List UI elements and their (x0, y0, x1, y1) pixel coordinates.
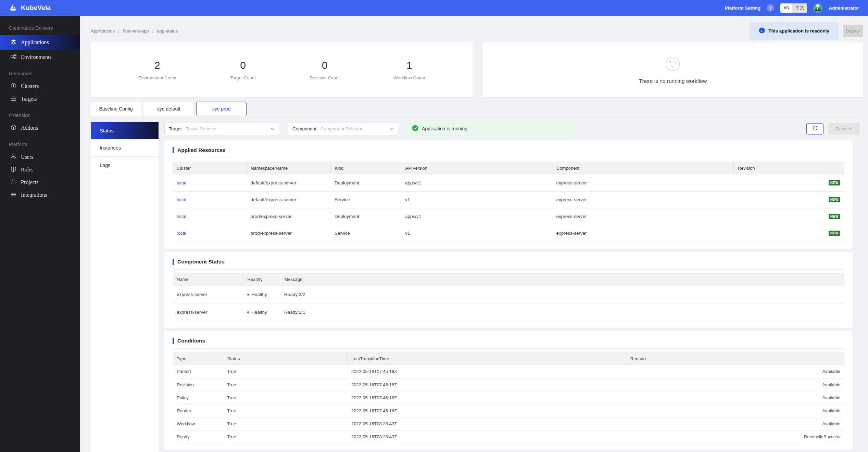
user-name[interactable]: Administrator (829, 5, 859, 11)
filter-row: Target Target Selector Component Compone… (164, 122, 859, 135)
refresh-button[interactable] (806, 123, 823, 134)
tab-baseline-config[interactable]: Baseline Config (91, 102, 141, 116)
new-badge: NEW (829, 197, 840, 202)
workflow-card: There is no running workflow (483, 42, 863, 97)
submenu-item-logs[interactable]: Logs (91, 157, 159, 174)
table-row: ReadyTrue2022-05-16T08:28:43ZReconcileSu… (173, 430, 844, 443)
cluster-link[interactable]: local (177, 197, 186, 202)
stat-item: 1Workflow Count (394, 60, 425, 80)
cell-message: Ready:1/1 (280, 304, 844, 321)
sidebar-item-clusters[interactable]: Clusters (0, 80, 80, 92)
column-header: Kind (330, 162, 401, 175)
table-row: localprod/express-serverDeploymentapps/v… (173, 208, 844, 225)
applied-resources-title: Applied Resources (173, 147, 844, 153)
breadcrumb-item[interactable]: Applications (91, 28, 115, 34)
column-header: Reason (626, 352, 844, 365)
sidebar-item-label: Users (21, 154, 33, 160)
sidebar-item-label: Targets (21, 96, 37, 102)
stat-value: 1 (394, 60, 425, 71)
cell-name: express-server (173, 304, 243, 321)
readonly-alert-text: This application is readonly (768, 28, 829, 34)
cell-apiversion: v1 (401, 191, 552, 208)
sidebar-section-label: Extension (0, 109, 80, 121)
cell-kind: Service (330, 225, 401, 242)
tab-syc-prod[interactable]: syc-prod (196, 102, 247, 116)
cell-reason: Available (626, 391, 844, 404)
check-circle-icon (412, 125, 418, 132)
cell-component: express-server (552, 208, 734, 225)
sidebar-item-users[interactable]: Users (0, 151, 80, 163)
language-toggle[interactable]: EN 中文 (780, 3, 807, 13)
workflow-empty-text: There is no running workflow (639, 78, 707, 84)
cell-revision: NEW (733, 208, 844, 225)
target-selector[interactable]: Target Target Selector (164, 122, 279, 135)
cell-lasttransitiontime: 2022-05-16T08:28:43Z (347, 430, 626, 443)
lang-en[interactable]: EN (780, 3, 792, 13)
deploy-button[interactable]: Deploy (843, 25, 863, 37)
cell-name: express-server (173, 286, 243, 304)
projects-icon (11, 179, 16, 186)
users-icon (11, 154, 16, 160)
help-icon[interactable]: ? (767, 4, 774, 12)
cell-lasttransitiontime: 2022-05-16T07:45:18Z (347, 378, 626, 391)
cell-cluster: local (173, 191, 247, 208)
submenu-item-instances[interactable]: Instances (91, 139, 159, 157)
cell-lasttransitiontime: 2022-05-16T07:45:18Z (347, 391, 626, 404)
cell-kind: Service (330, 191, 401, 208)
cell-revision: NEW (733, 191, 844, 208)
sidebar-item-applications[interactable]: Applications (0, 35, 80, 50)
recycle-button[interactable]: Recycle (829, 123, 859, 134)
cluster-link[interactable]: local (177, 231, 186, 236)
environments-icon (11, 54, 16, 61)
table-row: express-serverHealthyReady:1/1 (173, 304, 844, 321)
stat-label: Revision Count (310, 75, 340, 80)
breadcrumb-item[interactable]: first-vela-app (123, 28, 149, 34)
stat-label: Target Count (230, 75, 255, 80)
component-placeholder: Component Selector (320, 126, 386, 131)
brand[interactable]: KubeVela (9, 3, 51, 13)
platform-setting-link[interactable]: Platform Setting (725, 5, 760, 11)
lang-zh[interactable]: 中文 (792, 3, 807, 13)
target-placeholder: Target Selector (186, 126, 266, 131)
column-header: Message (280, 273, 844, 286)
component-status-table: NameHealthyMessage express-serverHealthy… (173, 273, 844, 321)
stat-label: Environment Count (138, 75, 176, 80)
cell-kind: Deployment (330, 175, 401, 191)
table-row: express-serverHealthyReady:2/2 (173, 286, 844, 304)
sidebar-section-label: Resources (0, 67, 80, 80)
sidebar-item-label: Applications (21, 39, 49, 46)
cell-namespace-name: prod/express-server (247, 208, 330, 225)
cluster-link[interactable]: local (177, 214, 186, 219)
column-header: Healthy (243, 273, 280, 286)
submenu-item-status[interactable]: Status (91, 122, 159, 139)
stat-value: 0 (310, 60, 340, 71)
tab-syc-default[interactable]: syc-default (143, 102, 194, 116)
cell-reason: Available (626, 417, 844, 430)
stat-item: 0Target Count (230, 60, 255, 80)
sidebar-item-targets[interactable]: Targets (0, 92, 80, 105)
target-label: Target (169, 126, 182, 131)
cluster-link[interactable]: local (177, 180, 186, 185)
avatar[interactable] (813, 3, 822, 13)
cell-type: Workflow (173, 417, 223, 430)
sidebar-item-environments[interactable]: Environments (0, 51, 80, 63)
cell-cluster: local (173, 225, 247, 242)
main-area: Applications/first-vela-app/app-status T… (80, 16, 868, 452)
cell-reason: Available (626, 404, 844, 417)
cell-component: express-server (552, 191, 734, 208)
conditions-card: Conditions TypeStatusLastTransitionTimeR… (164, 331, 853, 450)
cell-component: express-server (552, 225, 734, 242)
breadcrumb-item: app-status (157, 28, 178, 34)
shield-icon (11, 166, 16, 173)
cell-status: True (223, 417, 347, 430)
cell-revision: NEW (733, 225, 844, 242)
breadcrumb: Applications/first-vela-app/app-status (91, 28, 178, 34)
stats-card: 2Environment Count0Target Count0Revision… (91, 42, 473, 97)
sidebar-item-projects[interactable]: Projects (0, 176, 80, 189)
layers-icon (11, 39, 16, 46)
sidebar-item-roles[interactable]: Roles (0, 163, 80, 176)
component-selector[interactable]: Component Component Selector (288, 122, 398, 135)
sidebar-item-integrations[interactable]: Integrations (0, 189, 80, 201)
sidebar-item-addons[interactable]: Addons (0, 121, 80, 134)
column-header: Revision (733, 162, 844, 175)
